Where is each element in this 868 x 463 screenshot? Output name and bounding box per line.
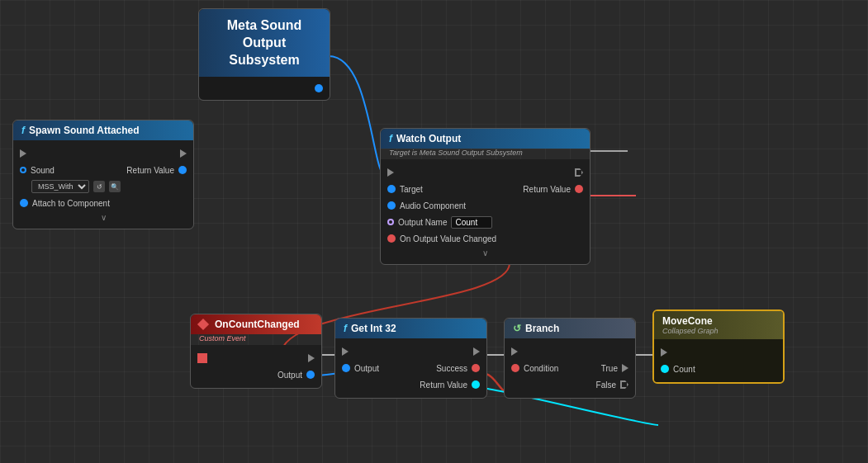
spawn-reload-icon[interactable]: ↺ [93,181,105,192]
getint-output-pin [342,364,350,372]
spawn-return-group: Return Value [126,166,187,175]
branch-node: ↺ Branch Condition True False [504,318,636,399]
watch-output-name-label: Output Name [398,218,447,227]
getint-return-row: Return Value [335,376,486,393]
watch-output-subtitle: Target is Meta Sound Output Subsystem [381,149,590,159]
spawn-sound-dropdown[interactable]: MSS_WithOutpu [31,180,89,193]
oncount-exec-out [308,354,315,362]
move-cone-count-row: Count [654,361,783,377]
getint-output-label: Output [354,364,379,373]
watch-exec-in-arrow [387,168,394,177]
branch-body: Condition True False [505,338,635,398]
branch-false-label: False [596,380,616,390]
watch-output-header: f Watch Output [381,129,590,149]
oncount-output-pin [306,371,315,379]
spawn-exec-out-arrow [180,149,187,158]
watch-return-pin [575,185,583,193]
oncount-exec-spacer [197,353,207,363]
on-count-changed-body: Output [191,345,321,388]
spawn-exec-row [13,145,193,162]
watch-audio-group: Audio Component [387,201,466,210]
watch-target-pin [387,185,396,193]
getint-return-label: Return Value [420,380,467,390]
watch-output-name-pin [387,219,394,225]
oncount-output-group: Output [277,371,315,380]
watch-exec-in [387,168,394,177]
move-cone-count-label: Count [673,365,695,374]
move-cone-exec-in [661,348,667,357]
get-int32-body: Output Success Return Value [335,338,486,398]
spawn-chevron[interactable]: ∨ [13,211,193,224]
watch-return-label: Return Value [523,185,571,194]
move-cone-header: MoveCone Collapsed Graph [654,311,783,339]
spawn-sound-label: Sound [31,166,55,175]
watch-output-name-row: Output Name [381,214,590,230]
watch-output-name-input[interactable] [451,216,492,229]
branch-false-group: False [596,380,628,390]
spawn-sound-node: f Spawn Sound Attached Sound Return Valu… [12,120,194,229]
meta-sound-output-dot [315,84,323,92]
watch-exec-row [381,164,590,181]
watch-return-group: Return Value [523,185,583,194]
meta-sound-body [199,77,330,100]
getint-return-group: Return Value [420,380,480,390]
branch-condition-row: Condition True [505,360,635,376]
watch-exec-out [575,168,583,177]
spawn-attach-row: Attach to Component [13,195,193,211]
spawn-return-pin [178,166,187,174]
watch-output-node: f Watch Output Target is Meta Sound Outp… [380,128,591,265]
getint-success-label: Success [436,364,467,373]
branch-condition-label: Condition [524,364,558,373]
move-cone-title: MoveCone [662,315,775,327]
spawn-sound-value-group: MSS_WithOutpu ↺ 🔍 [20,180,121,193]
spawn-sound-body: Sound Return Value MSS_WithOutpu ↺ 🔍 Att… [13,140,193,229]
getint-exec-out-arrow [473,347,480,356]
meta-sound-output-row [199,80,330,97]
get-int32-header: f Get Int 32 [335,319,486,338]
watch-output-title: Watch Output [396,133,461,144]
branch-true-label: True [601,364,618,373]
spawn-attach-pin [20,199,28,207]
spawn-search-icon[interactable]: 🔍 [109,181,121,192]
meta-sound-header: Meta Sound Output Subsystem [199,9,330,77]
spawn-sound-title: Spawn Sound Attached [29,125,140,136]
getint-success-group: Success [436,364,480,373]
watch-target-group: Target [387,185,423,194]
on-count-changed-title: OnCountChanged [215,319,300,330]
spawn-sound-label-group: Sound [20,166,55,175]
watch-target-label: Target [400,185,423,194]
spawn-return-label: Return Value [126,166,174,175]
branch-exec-row [505,343,635,360]
getint-exec-row [335,343,486,360]
spawn-exec-in-arrow [20,149,26,158]
get-int32-node: f Get Int 32 Output Success Return [334,318,487,399]
watch-chevron[interactable]: ∨ [381,247,590,259]
watch-on-output-group: On Output Value Changed [387,234,496,243]
watch-on-output-row: On Output Value Changed [381,230,590,247]
branch-false-row: False [505,376,635,393]
watch-output-f-icon: f [389,133,392,144]
watch-audio-label: Audio Component [400,201,466,210]
watch-exec-out-arrow [575,168,583,177]
branch-true-arrow [622,364,628,372]
watch-output-body: Target Return Value Audio Component Outp… [381,159,590,264]
branch-exec-in [511,347,518,356]
on-count-changed-diamond [197,319,209,330]
on-count-changed-header: OnCountChanged [191,314,321,334]
getint-exec-in-arrow [342,347,349,356]
meta-sound-title: Meta Sound Output Subsystem [209,17,320,69]
on-count-changed-subtitle: Custom Event [191,334,321,345]
oncount-exec-row [191,350,321,366]
branch-condition-pin [511,364,519,372]
watch-audio-pin [387,201,396,210]
move-cone-exec-in-arrow [661,348,667,357]
get-int32-f-icon: f [344,323,347,334]
spawn-sound-header: f Spawn Sound Attached [13,120,193,140]
move-cone-exec-row [654,344,783,361]
move-cone-count-pin [661,365,669,373]
spawn-attach-label: Attach to Component [32,199,110,208]
watch-on-output-pin [387,234,396,243]
branch-condition-group: Condition [511,364,558,373]
move-cone-subtitle: Collapsed Graph [662,327,775,335]
getint-output-group: Output [342,364,379,373]
